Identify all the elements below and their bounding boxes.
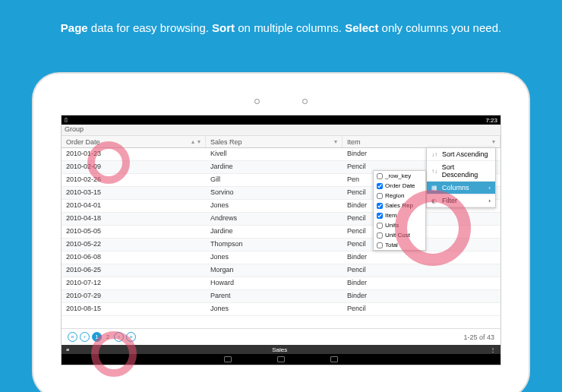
menu-sort-descending[interactable]: ↑↓ Sort Descending	[427, 161, 495, 182]
header-item[interactable]: Item ▾	[343, 136, 500, 147]
android-nav-bar	[62, 354, 500, 365]
cell-date: 2010-02-09	[62, 161, 206, 173]
table-row[interactable]: 2010-07-29ParentBinder	[62, 290, 500, 303]
cell-date: 2010-03-15	[62, 187, 206, 199]
column-toggle[interactable]: Units	[374, 220, 425, 230]
table-header: Order Date ▴ ▾ Sales Rep ▾ Item ▾	[62, 136, 500, 148]
column-toggle[interactable]: Item	[374, 210, 425, 220]
pager-last[interactable]: »	[126, 332, 136, 342]
checkbox[interactable]	[377, 232, 383, 239]
screen-title: Sales	[272, 346, 287, 353]
column-label: Units	[385, 222, 399, 229]
cell-rep: Sorvino	[206, 187, 343, 199]
checkbox[interactable]	[377, 223, 383, 229]
pager-prev[interactable]: ‹	[80, 332, 90, 342]
cell-date: 2010-04-01	[62, 200, 206, 212]
cell-rep: Jardine	[206, 226, 343, 238]
header-label: Item	[347, 138, 361, 146]
menu-sort-ascending[interactable]: ↓↑ Sort Ascending	[427, 148, 495, 161]
cell-rep: Jones	[206, 251, 343, 264]
pager-next[interactable]: ›	[114, 332, 124, 342]
back-button[interactable]: «	[66, 346, 69, 353]
column-label: Sales Rep	[385, 202, 413, 209]
nav-recent-icon[interactable]	[330, 356, 338, 362]
nav-home-icon[interactable]	[277, 356, 285, 362]
column-label: _row_key	[385, 172, 411, 179]
cell-rep: Gill	[206, 174, 343, 186]
checkbox[interactable]	[377, 203, 383, 209]
pager-page-1[interactable]: 1	[92, 332, 102, 342]
table-row[interactable]: 2010-04-18AndrewsPencil	[62, 213, 500, 226]
pager-page-2[interactable]: 2	[104, 332, 112, 342]
filter-icon: ◐	[431, 198, 439, 204]
cell-date: 2010-05-22	[62, 239, 206, 251]
pagination-bar: « ‹ 1 2 › » 1-25 of 43	[62, 328, 500, 345]
column-toggle[interactable]: Region	[374, 191, 425, 201]
app-bottom-bar: « Sales ⋮	[62, 345, 500, 354]
table-row[interactable]: 2010-07-12HowardBinder	[62, 277, 500, 290]
chevron-down-icon: ▾	[334, 138, 337, 145]
cell-item: Binder	[343, 251, 500, 264]
table-row[interactable]: 2010-05-22ThompsonPencil	[62, 239, 500, 251]
column-toggle[interactable]: Order Date	[374, 181, 425, 191]
checkbox[interactable]	[377, 242, 383, 248]
chevron-right-icon: ›	[488, 198, 491, 204]
column-label: Unit Cost	[385, 232, 410, 239]
table-row[interactable]: 2010-08-15JonesPencil	[62, 303, 500, 316]
status-bar: ▯ 7:23	[62, 115, 500, 125]
cell-rep: Kivell	[206, 148, 343, 160]
cell-date: 2010-06-08	[62, 251, 206, 264]
status-time: 7:23	[485, 117, 497, 124]
cell-rep: Jones	[206, 200, 343, 212]
column-label: Total	[385, 242, 398, 248]
checkbox[interactable]	[377, 183, 383, 189]
cell-date: 2010-05-05	[62, 226, 206, 238]
cell-date: 2010-08-15	[62, 303, 206, 315]
cell-item: Pencil	[343, 264, 500, 277]
column-toggle[interactable]: Unit Cost	[374, 230, 425, 240]
columns-submenu: _row_keyOrder DateRegionSales RepItemUni…	[373, 170, 426, 251]
cell-rep: Morgan	[206, 264, 343, 277]
header-label: Order Date	[66, 138, 100, 146]
cell-rep: Howard	[206, 277, 343, 289]
checkbox[interactable]	[377, 173, 383, 179]
nav-back-icon[interactable]	[224, 356, 232, 362]
cell-rep: Jones	[206, 303, 343, 315]
table-row[interactable]: 2010-06-08JonesBinder	[62, 251, 500, 264]
group-bar[interactable]: Group	[62, 125, 500, 136]
cell-date: 2010-06-25	[62, 264, 206, 277]
table-row[interactable]: 2010-05-05JardinePencil	[62, 226, 500, 239]
column-toggle[interactable]: Total	[374, 240, 425, 250]
sort-asc-icon: ▴ ▾	[191, 138, 200, 145]
cell-date: 2010-04-18	[62, 213, 206, 225]
sort-asc-icon: ↓↑	[431, 151, 439, 158]
chevron-down-icon: ▾	[492, 138, 495, 145]
app-screen: ▯ 7:23 Group Order Date ▴ ▾ Sales Rep ▾ …	[61, 115, 501, 365]
pager-info: 1-25 of 43	[463, 334, 494, 341]
cell-item: Binder	[343, 290, 500, 302]
column-label: Item	[385, 212, 397, 219]
header-context-menu: ↓↑ Sort Ascending ↑↓ Sort Descending ▦ C…	[426, 147, 496, 208]
checkbox[interactable]	[377, 193, 383, 199]
menu-filter[interactable]: ◐ Filter ›	[427, 194, 495, 207]
more-icon[interactable]: ⋮	[490, 346, 496, 353]
cell-rep: Thompson	[206, 239, 343, 251]
marketing-banner: Page data for easy browsing. Sort on mul…	[0, 0, 562, 48]
cell-rep: Jardine	[206, 161, 343, 173]
header-order-date[interactable]: Order Date ▴ ▾	[62, 136, 206, 147]
status-icon: ▯	[65, 117, 68, 123]
column-label: Region	[385, 192, 404, 199]
tablet-camera-dots	[61, 93, 501, 107]
column-toggle[interactable]: Sales Rep	[374, 201, 425, 210]
cell-item: Pencil	[343, 303, 500, 315]
checkbox[interactable]	[377, 213, 383, 219]
cell-date: 2010-07-29	[62, 290, 206, 302]
menu-columns[interactable]: ▦ Columns ›	[427, 182, 495, 194]
column-label: Order Date	[385, 182, 415, 189]
pager-first[interactable]: «	[68, 332, 77, 342]
table-row[interactable]: 2010-06-25MorganPencil	[62, 264, 500, 277]
tablet-frame: ▯ 7:23 Group Order Date ▴ ▾ Sales Rep ▾ …	[32, 72, 530, 392]
cell-date: 2010-07-12	[62, 277, 206, 289]
column-toggle[interactable]: _row_key	[374, 171, 425, 181]
header-sales-rep[interactable]: Sales Rep ▾	[206, 136, 343, 147]
